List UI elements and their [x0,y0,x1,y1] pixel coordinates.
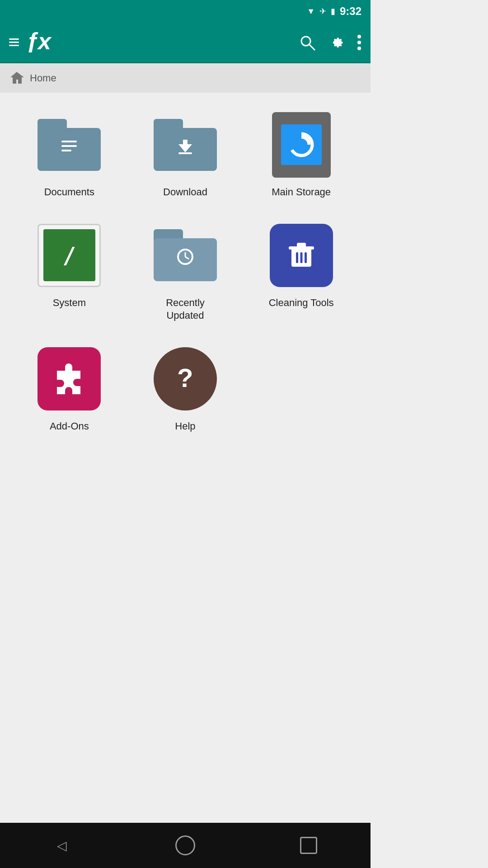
svg-point-5 [357,47,361,50]
addons-item[interactable]: Add-Ons [14,340,125,438]
recents-button[interactable] [295,832,322,859]
help-item[interactable]: ? Help [130,340,241,438]
recently-updated-item[interactable]: Recently Updated [130,217,241,327]
system-label: System [53,297,86,310]
cleaning-tools-label: Cleaning Tools [269,297,334,310]
app-logo: ƒx [23,28,299,57]
help-label: Help [175,420,195,433]
search-button[interactable] [299,34,315,51]
status-bar: 9:32 [0,0,371,23]
battery-icon [331,6,335,16]
svg-line-2 [310,45,314,50]
svg-point-4 [357,41,361,44]
svg-rect-19 [300,252,302,263]
svg-rect-6 [61,141,77,142]
system-item[interactable]: / System [14,217,125,327]
cleaning-tools-icon [267,222,335,289]
status-time: 9:32 [340,5,361,18]
svg-rect-8 [61,150,71,151]
documents-label: Documents [44,186,94,199]
main-storage-item[interactable]: Main Storage [245,106,357,203]
back-button[interactable] [48,832,75,859]
home-button[interactable] [172,832,199,859]
settings-button[interactable] [328,34,344,51]
recently-updated-label: Recently Updated [166,297,205,322]
documents-item[interactable]: Documents [14,106,125,203]
svg-rect-18 [296,252,298,263]
more-options-button[interactable] [357,34,361,51]
svg-text:ƒx: ƒx [26,28,52,52]
svg-text:?: ? [177,363,193,392]
wifi-icon [307,7,315,16]
download-item[interactable]: Download [130,106,241,203]
hamburger-menu[interactable] [9,38,19,46]
system-icon: / [35,222,103,289]
svg-rect-17 [297,243,306,247]
bottom-nav [0,823,371,868]
cleaning-tools-item[interactable]: Cleaning Tools [245,217,357,327]
breadcrumb-text: Home [30,72,56,84]
main-storage-icon [267,111,335,179]
main-storage-label: Main Storage [272,186,331,199]
addons-label: Add-Ons [50,420,89,433]
svg-rect-20 [305,252,307,263]
addons-icon [35,345,103,413]
app-bar: ƒx [0,23,371,63]
documents-icon [35,111,103,179]
app-bar-actions [299,34,361,51]
help-icon: ? [151,345,219,413]
home-icon [9,71,24,86]
svg-rect-10 [178,152,192,154]
svg-line-14 [185,257,189,259]
svg-rect-7 [61,145,77,147]
home-grid: Documents Download [0,93,371,451]
airplane-icon [319,6,326,16]
svg-marker-9 [178,140,192,152]
recently-updated-icon [151,222,219,289]
svg-point-3 [357,35,361,38]
breadcrumb: Home [0,63,371,93]
download-label: Download [163,186,207,199]
download-icon [151,111,219,179]
